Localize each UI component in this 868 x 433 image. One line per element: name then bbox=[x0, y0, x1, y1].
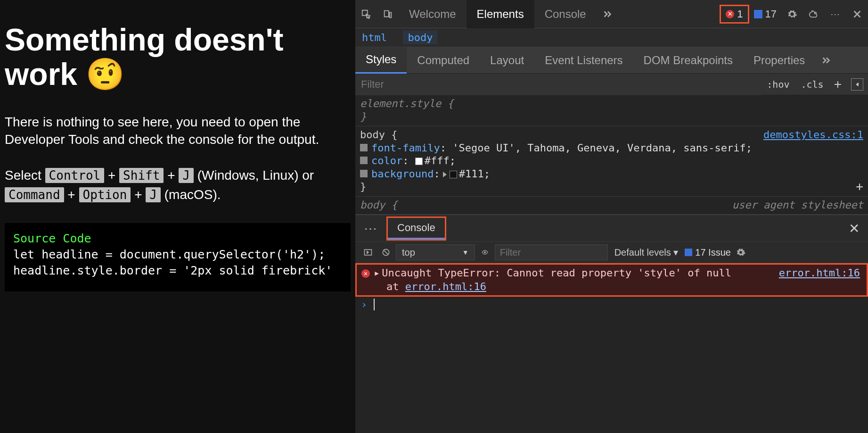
cls-button[interactable]: .cls bbox=[795, 79, 829, 90]
hov-button[interactable]: :hov bbox=[761, 79, 795, 90]
color-swatch[interactable] bbox=[450, 171, 457, 178]
styles-tab-properties[interactable]: Properties bbox=[743, 47, 815, 74]
error-count: 1 bbox=[737, 8, 743, 20]
ua-label: user agent stylesheet bbox=[732, 199, 863, 212]
kbd-control: Control bbox=[45, 168, 105, 183]
checkbox-icon[interactable] bbox=[360, 170, 368, 177]
console-error-row[interactable]: error.html:16 ✕▸Uncaught TypeError: Cann… bbox=[355, 263, 868, 297]
console-prompt[interactable]: › bbox=[355, 297, 868, 312]
issues-count-badge[interactable]: 17 bbox=[749, 8, 781, 20]
checkbox-icon[interactable] bbox=[360, 144, 368, 151]
error-stack-link[interactable]: error.html:16 bbox=[405, 281, 486, 292]
styles-tab-event-listeners[interactable]: Event Listeners bbox=[534, 47, 633, 74]
settings-gear-icon[interactable] bbox=[781, 3, 803, 25]
live-expression-eye-icon[interactable] bbox=[477, 244, 493, 260]
page-content: Something doesn't work 🤨 There is nothin… bbox=[0, 0, 355, 433]
style-block-body[interactable]: demostyles.css:1 body { font-family: 'Se… bbox=[355, 126, 868, 197]
code-title: Source Code bbox=[13, 232, 91, 245]
styles-tab-dom-breakpoints[interactable]: DOM Breakpoints bbox=[633, 47, 743, 74]
style-selector: element.style { bbox=[360, 97, 863, 110]
close-drawer-icon[interactable]: ✕ bbox=[840, 221, 868, 236]
error-count-badge[interactable]: ✕ 1 bbox=[720, 5, 749, 24]
code-line-1: let headline = document.querySelector('h… bbox=[13, 248, 325, 261]
kbd-option: Option bbox=[79, 187, 131, 202]
kbd-shift: Shift bbox=[119, 168, 164, 183]
console-tab-highlighted: Console bbox=[386, 216, 446, 241]
styles-more-chevron-icon[interactable] bbox=[815, 50, 837, 71]
style-block-ua[interactable]: user agent stylesheet body { bbox=[355, 197, 868, 215]
page-description: There is nothing to see here, you need t… bbox=[5, 114, 351, 148]
kbd-j: J bbox=[179, 168, 194, 183]
error-source-link[interactable]: error.html:16 bbox=[779, 266, 860, 280]
console-body: error.html:16 ✕▸Uncaught TypeError: Cann… bbox=[355, 263, 868, 433]
code-line-2: headline.style.border = '2px solid fireb… bbox=[13, 264, 332, 277]
style-block-element[interactable]: element.style { } bbox=[355, 95, 868, 126]
source-code-block: Source Code let headline = document.quer… bbox=[5, 223, 351, 291]
error-icon: ✕ bbox=[726, 10, 734, 18]
close-devtools-icon[interactable] bbox=[846, 3, 868, 25]
error-at: at bbox=[361, 281, 405, 292]
expand-triangle-icon[interactable] bbox=[443, 172, 447, 177]
dropdown-caret-icon: ▼ bbox=[462, 249, 469, 256]
stylesheet-link[interactable]: demostyles.css:1 bbox=[763, 128, 863, 142]
new-style-plus-icon[interactable]: + bbox=[829, 77, 846, 92]
styles-filter-input[interactable] bbox=[355, 74, 761, 95]
console-toolbar: top ▼ Default levels ▾ 17 Issue bbox=[355, 241, 868, 263]
more-tabs-chevron-icon[interactable] bbox=[597, 3, 618, 25]
styles-tab-layout[interactable]: Layout bbox=[480, 47, 534, 74]
inspect-icon[interactable] bbox=[355, 3, 377, 25]
checkbox-icon[interactable] bbox=[360, 157, 368, 164]
expand-triangle-icon[interactable]: ▸ bbox=[374, 267, 380, 279]
console-settings-gear-icon[interactable] bbox=[733, 244, 749, 260]
toggle-pane-icon[interactable] bbox=[851, 78, 863, 91]
log-levels-select[interactable]: Default levels ▾ bbox=[610, 247, 683, 258]
svg-point-2 bbox=[484, 251, 486, 253]
text: (Windows, Linux) or bbox=[197, 168, 314, 183]
issues-icon bbox=[685, 249, 692, 256]
crumb-html[interactable]: html bbox=[362, 32, 387, 43]
style-close: } bbox=[360, 180, 863, 193]
issues-text: 17 Issue bbox=[695, 247, 731, 258]
page-heading: Something doesn't work 🤨 bbox=[5, 23, 351, 91]
devtools-top-bar: Welcome Elements Console ✕ 1 17 ⋯ bbox=[355, 0, 868, 28]
context-select[interactable]: top ▼ bbox=[396, 244, 475, 260]
style-rule[interactable]: font-family: 'Segoe UI', Tahoma, Geneva,… bbox=[360, 142, 863, 155]
text: Select bbox=[5, 168, 45, 183]
add-rule-plus-icon[interactable]: + bbox=[856, 179, 863, 194]
error-message: Uncaught TypeError: Cannot read property… bbox=[382, 267, 731, 279]
styles-tab-computed[interactable]: Computed bbox=[407, 47, 480, 74]
styles-tab-styles[interactable]: Styles bbox=[355, 47, 407, 74]
styles-toolbar: :hov .cls + bbox=[355, 74, 868, 95]
tab-elements[interactable]: Elements bbox=[467, 0, 534, 28]
device-toggle-icon[interactable] bbox=[377, 3, 399, 25]
issues-link[interactable]: 17 Issue bbox=[685, 247, 731, 258]
issues-count: 17 bbox=[765, 8, 777, 20]
tab-welcome[interactable]: Welcome bbox=[399, 0, 467, 28]
text: (macOS). bbox=[164, 187, 221, 202]
issues-icon bbox=[754, 10, 762, 18]
context-value: top bbox=[402, 247, 415, 258]
console-drawer-tabs: ⋯ Console ✕ bbox=[355, 215, 868, 241]
kbd-command: Command bbox=[5, 187, 64, 202]
feedback-icon[interactable] bbox=[803, 3, 825, 25]
error-badge-icon: ✕ bbox=[361, 269, 370, 278]
dom-breadcrumbs: html body bbox=[355, 28, 868, 47]
color-swatch[interactable] bbox=[415, 158, 423, 165]
tab-console[interactable]: Console bbox=[534, 0, 597, 28]
drawer-menu-icon[interactable]: ⋯ bbox=[355, 221, 386, 236]
devtools-panel: Welcome Elements Console ✕ 1 17 ⋯ html b… bbox=[355, 0, 868, 433]
style-rule[interactable]: background:#111; bbox=[360, 167, 863, 181]
page-shortcuts: Select Control + Shift + J (Windows, Lin… bbox=[5, 166, 351, 204]
styles-tabbar: Styles Computed Layout Event Listeners D… bbox=[355, 47, 868, 74]
sidebar-toggle-icon[interactable] bbox=[360, 244, 376, 260]
style-rule[interactable]: color: #fff; bbox=[360, 154, 863, 167]
console-filter-input[interactable] bbox=[495, 244, 608, 260]
kbd-j2: J bbox=[146, 187, 161, 202]
crumb-body[interactable]: body bbox=[403, 31, 437, 44]
cursor bbox=[374, 299, 381, 310]
clear-console-icon[interactable] bbox=[378, 244, 394, 260]
kebab-menu-icon[interactable]: ⋯ bbox=[825, 3, 846, 25]
style-close: } bbox=[360, 110, 863, 124]
console-drawer: ⋯ Console ✕ top ▼ Default levels ▾ bbox=[355, 215, 868, 433]
drawer-tab-console[interactable]: Console bbox=[388, 218, 445, 239]
